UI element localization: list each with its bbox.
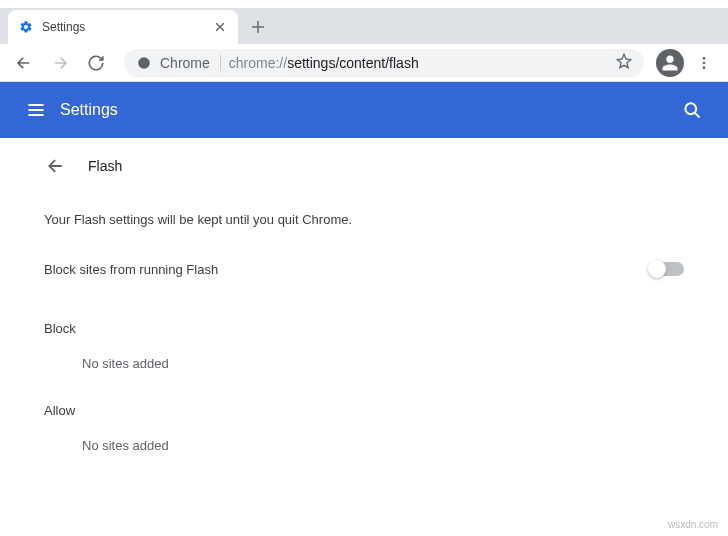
svg-point-10 xyxy=(703,61,706,64)
browser-menu-button[interactable] xyxy=(688,47,720,79)
toggle-knob xyxy=(648,260,666,278)
omnibox-url: chrome://settings/content/flash xyxy=(229,55,608,71)
block-empty-text: No sites added xyxy=(24,340,704,379)
browser-tab[interactable]: Settings xyxy=(8,10,238,44)
toggle-row-block-flash: Block sites from running Flash xyxy=(24,241,704,297)
watermark: wsxdn.com xyxy=(668,519,718,530)
svg-line-16 xyxy=(695,113,700,118)
new-tab-button[interactable] xyxy=(244,13,272,41)
allow-empty-text: No sites added xyxy=(24,422,704,461)
search-icon[interactable] xyxy=(672,90,712,130)
page-subheader: Flash xyxy=(24,138,704,194)
chrome-icon xyxy=(136,55,152,71)
toggle-switch[interactable] xyxy=(650,262,684,276)
tab-strip: Settings xyxy=(0,8,728,44)
profile-avatar[interactable] xyxy=(656,49,684,77)
browser-toolbar: Chrome chrome://settings/content/flash xyxy=(0,44,728,82)
tab-title: Settings xyxy=(42,20,204,34)
svg-point-15 xyxy=(685,103,696,114)
allow-section-heading: Allow xyxy=(24,379,704,422)
svg-point-9 xyxy=(703,57,706,60)
info-text: Your Flash settings will be kept until y… xyxy=(24,194,704,241)
settings-header: Settings xyxy=(0,82,728,138)
back-arrow-icon[interactable] xyxy=(44,154,68,178)
omnibox-origin: Chrome xyxy=(160,55,221,71)
address-bar[interactable]: Chrome chrome://settings/content/flash xyxy=(124,49,644,77)
back-button[interactable] xyxy=(8,47,40,79)
toggle-label: Block sites from running Flash xyxy=(44,262,650,277)
forward-button[interactable] xyxy=(44,47,76,79)
hamburger-menu-icon[interactable] xyxy=(16,90,56,130)
reload-button[interactable] xyxy=(80,47,112,79)
page-section-title: Flash xyxy=(88,158,122,174)
svg-point-11 xyxy=(703,66,706,69)
settings-title: Settings xyxy=(60,101,672,119)
close-tab-button[interactable] xyxy=(212,19,228,35)
gear-icon xyxy=(18,19,34,35)
bookmark-star-icon[interactable] xyxy=(616,53,632,72)
block-section-heading: Block xyxy=(24,297,704,340)
svg-point-8 xyxy=(138,57,150,69)
